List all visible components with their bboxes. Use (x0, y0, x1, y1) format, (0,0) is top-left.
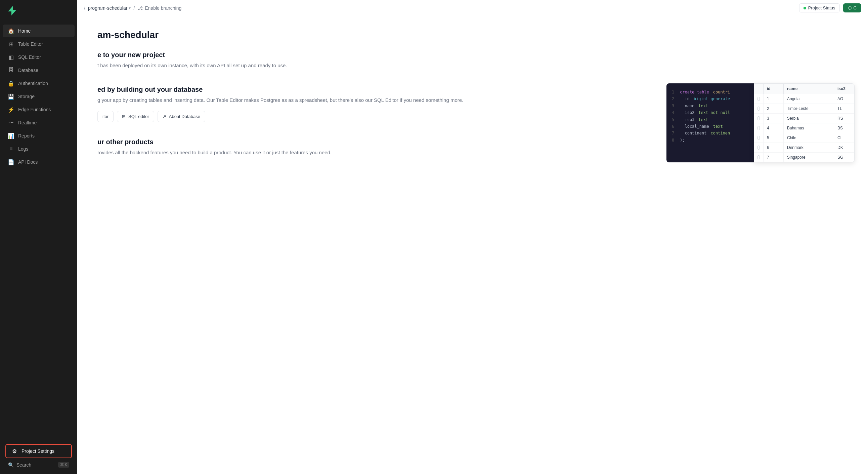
cell-name: Serbia (784, 114, 834, 123)
row-checkbox[interactable] (757, 126, 760, 130)
cell-iso2: AO (834, 94, 854, 103)
code-line-4: 4 iso2 text not null (672, 109, 748, 116)
sidebar-item-project-settings-label: Project Settings (22, 448, 54, 454)
code-line-3: 3 name text (672, 102, 748, 109)
code-line-7: 7 continent continen (672, 130, 748, 137)
cell-iso2: DK (834, 143, 854, 152)
code-line-8: 8 ); (672, 137, 748, 144)
table-editor-icon: ⊞ (8, 41, 14, 47)
search-icon: 🔍 (8, 462, 14, 468)
db-demo-container: 1 create table countri 2 id bigint gener… (666, 83, 855, 162)
welcome-section: e to your new project t has been deploye… (97, 51, 848, 69)
sidebar-bottom: ⚙ Project Settings 🔍 Search ⌘ K (0, 441, 77, 474)
sidebar-item-home-label: Home (18, 28, 31, 34)
main-content: / program-schedular ▾ / ⎇ Enable branchi… (77, 0, 868, 474)
edge-functions-icon: ⚡ (8, 107, 14, 113)
sidebar-item-reports[interactable]: 📊 Reports (3, 129, 74, 142)
page-title: am-schedular (97, 30, 848, 40)
sidebar-item-edge-functions-label: Edge Functions (18, 107, 51, 112)
row-checkbox[interactable] (757, 155, 760, 159)
cell-name: Timor-Leste (784, 104, 834, 113)
sql-editor-button[interactable]: ⊞ SQL editor (117, 111, 154, 122)
code-line-2: 2 id bigint generate (672, 95, 748, 102)
cell-id: 2 (764, 104, 784, 113)
sidebar-item-authentication[interactable]: 🔒 Authentication (3, 77, 74, 90)
sidebar-item-project-settings[interactable]: ⚙ Project Settings (5, 444, 72, 458)
breadcrumb-sep-left: / (84, 5, 85, 11)
code-line-6: 6 local_name text (672, 123, 748, 130)
realtime-icon: 〜 (8, 120, 14, 126)
th-name: name (784, 84, 834, 94)
cell-id: 7 (764, 153, 784, 162)
connect-icon: ⬡ (848, 5, 851, 10)
breadcrumb-sep-right: / (133, 5, 135, 11)
project-status-badge[interactable]: Project Status (799, 3, 840, 12)
branch-label: Enable branching (145, 5, 181, 11)
logo-area (0, 0, 77, 22)
cell-name: Chile (784, 133, 834, 143)
sidebar-item-api-docs-label: API Docs (18, 159, 38, 165)
search-keyboard-shortcut: ⌘ K (58, 462, 69, 468)
row-checkbox[interactable] (757, 136, 760, 140)
cell-id: 3 (764, 114, 784, 123)
sidebar-item-reports-label: Reports (18, 133, 35, 139)
table-editor-btn-label: itor (102, 114, 108, 119)
cell-iso2: SG (834, 153, 854, 162)
storage-icon: 💾 (8, 93, 14, 99)
table-row: 6 Denmark DK (754, 143, 854, 153)
table-panel: id name iso2 1 Angola AO 2 Timor-Leste T… (754, 83, 855, 162)
sidebar-item-home[interactable]: 🏠 Home (3, 25, 74, 37)
row-checkbox[interactable] (757, 107, 760, 111)
sidebar-item-edge-functions[interactable]: ⚡ Edge Functions (3, 103, 74, 116)
sidebar-item-database-label: Database (18, 67, 38, 73)
cell-iso2: TL (834, 104, 854, 113)
logs-icon: ≡ (8, 146, 14, 152)
cell-name: Bahamas (784, 123, 834, 133)
status-dot (804, 7, 806, 9)
api-docs-icon: 📄 (8, 159, 14, 165)
sidebar-item-storage[interactable]: 💾 Storage (3, 90, 74, 103)
sidebar-item-api-docs[interactable]: 📄 API Docs (3, 156, 74, 169)
row-checkbox[interactable] (757, 116, 760, 120)
code-line-5: 5 iso3 text (672, 116, 748, 123)
table-row: 4 Bahamas BS (754, 123, 854, 133)
sidebar-item-table-editor[interactable]: ⊞ Table Editor (3, 38, 74, 51)
row-checkbox[interactable] (757, 97, 760, 101)
search-label: Search (17, 462, 31, 468)
sidebar-item-sql-editor[interactable]: ◧ SQL Editor (3, 51, 74, 63)
th-checkbox (754, 84, 764, 94)
cell-iso2: RS (834, 114, 854, 123)
connect-button[interactable]: ⬡ C (843, 3, 861, 12)
sidebar-item-database[interactable]: 🗄 Database (3, 64, 74, 77)
sql-editor-icon: ◧ (8, 54, 14, 60)
code-panel: 1 create table countri 2 id bigint gener… (666, 83, 754, 162)
th-iso2: iso2 (834, 84, 854, 94)
about-database-button[interactable]: ↗ About Database (158, 111, 205, 122)
cell-id: 4 (764, 123, 784, 133)
project-name: program-schedular (88, 5, 128, 11)
cell-id: 1 (764, 94, 784, 103)
breadcrumb-branch[interactable]: ⎇ Enable branching (137, 5, 181, 11)
sidebar-item-realtime[interactable]: 〜 Realtime (3, 116, 74, 129)
welcome-title: e to your new project (97, 51, 848, 59)
sidebar: 🏠 Home ⊞ Table Editor ◧ SQL Editor 🗄 Dat… (0, 0, 77, 474)
sql-editor-btn-label: SQL editor (128, 114, 149, 119)
th-id: id (764, 84, 784, 94)
table-row: 7 Singapore SG (754, 153, 854, 162)
chevron-down-icon: ▾ (129, 6, 131, 10)
topbar-actions: Project Status ⬡ C (799, 3, 861, 12)
cell-iso2: BS (834, 123, 854, 133)
row-checkbox[interactable] (757, 146, 760, 150)
about-database-btn-label: About Database (169, 114, 200, 119)
reports-icon: 📊 (8, 133, 14, 139)
cell-name: Denmark (784, 143, 834, 152)
breadcrumb-project[interactable]: program-schedular ▾ (88, 5, 131, 11)
sidebar-item-table-editor-label: Table Editor (18, 41, 43, 47)
sql-editor-btn-icon: ⊞ (122, 114, 126, 119)
sidebar-item-logs[interactable]: ≡ Logs (3, 143, 74, 155)
sidebar-item-sql-editor-label: SQL Editor (18, 55, 41, 60)
sidebar-item-storage-label: Storage (18, 94, 35, 99)
search-item[interactable]: 🔍 Search ⌘ K (3, 458, 74, 471)
table-row: 3 Serbia RS (754, 114, 854, 123)
table-editor-button[interactable]: itor (97, 111, 114, 122)
